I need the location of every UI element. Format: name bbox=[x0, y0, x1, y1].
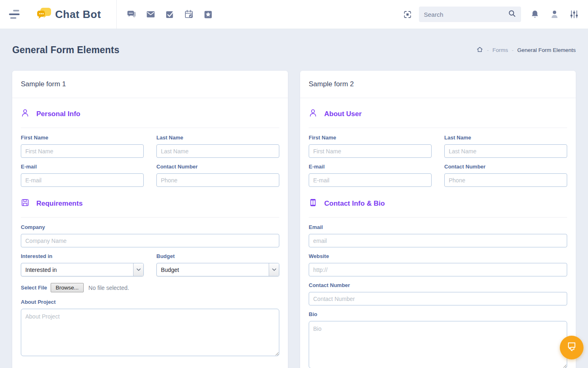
divider bbox=[21, 128, 279, 128]
divider bbox=[21, 217, 279, 218]
chat-bubbles-logo-icon bbox=[37, 7, 51, 22]
about-project-textarea[interactable] bbox=[21, 309, 279, 356]
app-logo[interactable]: Chat Bot bbox=[37, 7, 101, 22]
chat-bubbles-icon bbox=[566, 341, 578, 355]
tasks-check-icon[interactable] bbox=[165, 9, 175, 19]
select-file-label: Select File bbox=[21, 285, 47, 291]
website-label: Website bbox=[309, 253, 567, 259]
menu-toggle-icon[interactable] bbox=[9, 10, 20, 19]
section-title: About User bbox=[324, 110, 362, 118]
contact-number-label: Contact Number bbox=[444, 164, 567, 170]
email-input[interactable] bbox=[21, 173, 144, 187]
save-floppy-icon bbox=[21, 198, 29, 209]
last-name-label: Last Name bbox=[444, 135, 567, 141]
interested-in-select[interactable]: Interested in bbox=[21, 263, 144, 276]
page-content: General Form Elements - Forms - General … bbox=[0, 29, 588, 368]
top-navbar: Chat Bot bbox=[0, 0, 588, 29]
favorites-star-icon[interactable] bbox=[203, 9, 213, 19]
page-title: General Form Elements bbox=[12, 45, 119, 56]
section-about-user: About User bbox=[309, 109, 567, 119]
chat-fab-button[interactable] bbox=[560, 336, 584, 359]
divider bbox=[309, 217, 567, 218]
company-label: Company bbox=[21, 224, 279, 230]
budget-label: Budget bbox=[156, 253, 279, 259]
search-bar bbox=[419, 7, 521, 22]
notifications-bell-icon[interactable] bbox=[530, 9, 540, 19]
sample-form-2-card: Sample form 2 About User First Name bbox=[300, 71, 576, 368]
messages-icon[interactable] bbox=[127, 9, 136, 19]
breadcrumb: - Forms - General Form Elements bbox=[477, 46, 576, 54]
first-name-input[interactable] bbox=[309, 144, 432, 158]
contact-number2-input[interactable] bbox=[309, 292, 567, 305]
section-title: Requirements bbox=[36, 200, 82, 208]
file-upload-row: Select File Browse... No file selected. bbox=[21, 283, 279, 292]
mail-icon[interactable] bbox=[146, 9, 156, 19]
last-name-input[interactable] bbox=[444, 144, 567, 158]
section-requirements: Requirements bbox=[21, 198, 279, 209]
first-name-label: First Name bbox=[21, 135, 144, 141]
home-icon[interactable] bbox=[477, 46, 483, 54]
app-title: Chat Bot bbox=[55, 8, 101, 21]
user-outline-icon bbox=[21, 109, 29, 119]
bio-textarea[interactable] bbox=[309, 321, 567, 368]
last-name-label: Last Name bbox=[156, 135, 279, 141]
contact-number-input[interactable] bbox=[156, 173, 279, 187]
contact-number2-label: Contact Number bbox=[309, 282, 567, 288]
contact-number-input[interactable] bbox=[444, 173, 567, 187]
email-input[interactable] bbox=[309, 173, 432, 187]
search-input[interactable] bbox=[424, 11, 508, 18]
about-project-label: About Project bbox=[21, 299, 279, 305]
interested-in-label: Interested in bbox=[21, 253, 144, 259]
address-book-icon bbox=[309, 198, 317, 209]
settings-sliders-icon[interactable] bbox=[569, 9, 579, 19]
email-label: E-mail bbox=[309, 164, 432, 170]
browse-button[interactable]: Browse... bbox=[51, 283, 83, 292]
breadcrumb-separator: - bbox=[512, 47, 514, 53]
card-title: Sample form 1 bbox=[12, 71, 288, 98]
section-personal-info: Personal Info bbox=[21, 109, 279, 119]
fullscreen-icon[interactable] bbox=[403, 9, 412, 19]
sample-form-1-card: Sample form 1 Personal Info First Name bbox=[12, 71, 288, 368]
breadcrumb-current: General Form Elements bbox=[517, 47, 576, 53]
budget-select[interactable]: Budget bbox=[156, 263, 279, 276]
section-contact-info-bio: Contact Info & Bio bbox=[309, 198, 567, 209]
bio-label: Bio bbox=[309, 311, 567, 317]
email-label: E-mail bbox=[21, 164, 144, 170]
breadcrumb-separator: - bbox=[487, 47, 489, 53]
user-profile-icon[interactable] bbox=[550, 9, 559, 19]
first-name-input[interactable] bbox=[21, 144, 144, 158]
email2-input[interactable] bbox=[309, 234, 567, 247]
website-input[interactable] bbox=[309, 263, 567, 276]
first-name-label: First Name bbox=[309, 135, 432, 141]
breadcrumb-forms-link[interactable]: Forms bbox=[492, 47, 508, 53]
section-title: Contact Info & Bio bbox=[324, 200, 385, 208]
email2-label: Email bbox=[309, 224, 567, 230]
file-status-text: No file selected. bbox=[89, 285, 129, 291]
user-outline-icon bbox=[309, 109, 317, 119]
divider bbox=[309, 128, 567, 128]
last-name-input[interactable] bbox=[156, 144, 279, 158]
divider bbox=[116, 0, 117, 29]
section-title: Personal Info bbox=[36, 110, 80, 118]
company-input[interactable] bbox=[21, 234, 279, 247]
card-title: Sample form 2 bbox=[300, 71, 576, 98]
calendar-check-icon[interactable] bbox=[184, 9, 194, 19]
contact-number-label: Contact Number bbox=[156, 164, 279, 170]
search-icon[interactable] bbox=[508, 9, 516, 19]
